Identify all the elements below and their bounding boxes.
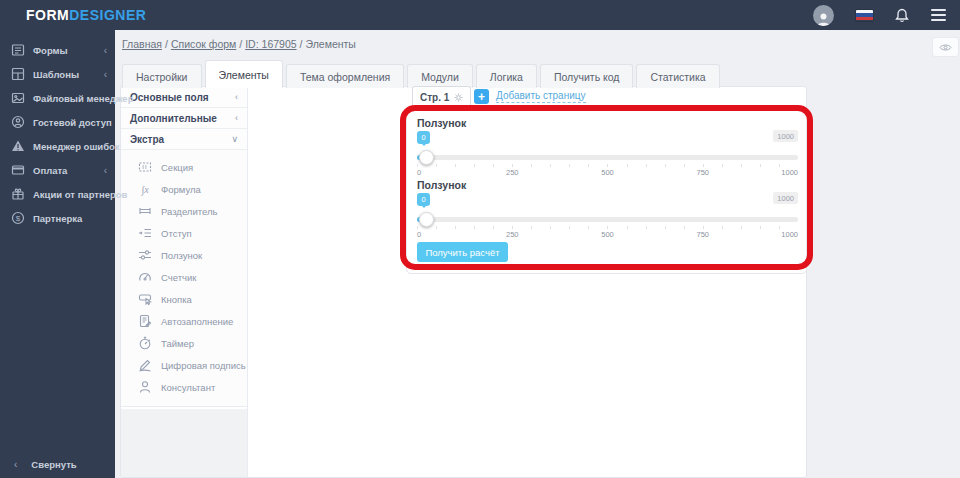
file-manager-icon xyxy=(11,91,25,105)
signature-icon xyxy=(138,358,152,372)
slider-value-tooltip: 0 xyxy=(417,193,430,206)
chevron-left-icon: ‹ xyxy=(104,45,107,56)
forms-icon xyxy=(11,43,25,57)
consultant-icon xyxy=(138,380,152,394)
notifications-bell-icon[interactable] xyxy=(895,8,909,23)
sidebar-collapse-button[interactable]: ‹ Свернуть xyxy=(0,459,115,470)
slider-tick-labels: 0 250 500 750 1000 xyxy=(417,230,798,239)
timer-icon xyxy=(138,336,152,350)
counter-icon xyxy=(138,270,152,284)
add-page-button[interactable]: + Добавить страницу xyxy=(474,89,586,104)
element-item-counter[interactable]: Счетчик xyxy=(121,266,247,288)
chevron-left-icon: ‹ xyxy=(235,92,238,102)
slider-max-badge: 1000 xyxy=(773,192,798,204)
sidebar-item-payment[interactable]: Оплата ‹ xyxy=(0,158,115,182)
section-extra[interactable]: Экстра ∨ xyxy=(121,129,247,150)
element-item-section[interactable]: Секция xyxy=(121,156,247,178)
slider-tick-labels: 0 250 500 750 1000 xyxy=(417,168,798,177)
tab-logic[interactable]: Логика xyxy=(476,64,537,88)
page-settings-gear-icon[interactable] xyxy=(454,93,463,102)
autofill-icon xyxy=(138,314,152,328)
page-tab-1[interactable]: Стр. 1 xyxy=(412,86,471,108)
tab-theme[interactable]: Тема оформления xyxy=(286,64,404,88)
sidebar-item-affiliate[interactable]: $ Партнерка xyxy=(0,206,115,230)
element-item-divider[interactable]: Разделитель xyxy=(121,200,247,222)
breadcrumb: Главная/Список форм/ID: 167905/Элементы xyxy=(122,38,356,50)
topbar-actions xyxy=(813,0,946,30)
breadcrumb-form-id[interactable]: ID: 167905 xyxy=(245,38,296,50)
element-item-spacing[interactable]: Отступ xyxy=(121,222,247,244)
chevron-down-icon: ∨ xyxy=(231,134,238,144)
breadcrumb-home[interactable]: Главная xyxy=(122,38,162,50)
form-tabs: Настройки Элементы Тема оформления Модул… xyxy=(122,60,723,88)
divider-icon xyxy=(138,204,152,218)
app-logo[interactable]: FORMDESIGNER xyxy=(26,7,146,23)
svg-text:$: $ xyxy=(16,214,21,223)
slider-icon xyxy=(138,248,152,262)
chevron-left-icon: ‹ xyxy=(14,459,17,470)
elements-nav-filler xyxy=(121,409,247,477)
person-icon xyxy=(817,12,830,26)
tab-elements[interactable]: Элементы xyxy=(205,60,283,88)
slider-label: Ползунок xyxy=(417,117,798,129)
error-manager-icon xyxy=(11,139,25,153)
templates-icon xyxy=(11,67,25,81)
element-item-timer[interactable]: Таймер xyxy=(121,332,247,354)
chevron-left-icon: ‹ xyxy=(104,69,107,80)
element-item-signature[interactable]: Цифровая подпись xyxy=(121,354,247,376)
language-flag-ru[interactable] xyxy=(856,10,873,21)
element-item-slider[interactable]: Ползунок xyxy=(121,244,247,266)
get-calculation-button[interactable]: Получить расчёт xyxy=(417,242,508,262)
slider-element-1: Ползунок 0 1000 0 250 500 750 1000 xyxy=(417,117,798,129)
guest-access-icon xyxy=(11,115,25,129)
section-icon xyxy=(138,160,152,174)
section-basic-fields[interactable]: Основные поля ‹ xyxy=(121,87,247,108)
slider-element-2: Ползунок 0 1000 0 250 500 750 1000 xyxy=(417,179,798,191)
affiliate-icon: $ xyxy=(11,211,25,225)
section-additional[interactable]: Дополнительные ‹ xyxy=(121,108,247,129)
slider-label: Ползунок xyxy=(417,179,798,191)
tab-modules[interactable]: Модули xyxy=(407,64,473,88)
tab-settings[interactable]: Настройки xyxy=(122,64,202,88)
element-item-button[interactable]: Кнопка xyxy=(121,288,247,310)
slider-value-tooltip: 0 xyxy=(417,131,430,144)
element-item-autofill[interactable]: Автозаполнение xyxy=(121,310,247,332)
element-item-consultant[interactable]: Консультант xyxy=(121,376,247,398)
sidebar-item-file-manager[interactable]: Файловый менеджер xyxy=(0,86,115,110)
svg-text:∫x: ∫x xyxy=(140,184,149,196)
button-icon xyxy=(138,292,152,306)
chevron-left-icon: ‹ xyxy=(104,165,107,176)
logo-text-designer: DESIGNER xyxy=(69,7,146,23)
partner-offers-icon xyxy=(11,187,25,201)
element-item-formula[interactable]: ∫x Формула xyxy=(121,178,247,200)
sidebar-item-forms[interactable]: Формы ‹ xyxy=(0,38,115,62)
slider-track[interactable] xyxy=(417,150,798,165)
eye-icon xyxy=(939,43,952,52)
app-window: FORMDESIGNER Формы ‹ Шаблоны ‹ xyxy=(0,0,960,478)
breadcrumb-current: Элементы xyxy=(306,38,356,50)
tab-get-code[interactable]: Получить код xyxy=(540,64,634,88)
tab-statistics[interactable]: Статистика xyxy=(636,64,719,88)
sidebar-item-templates[interactable]: Шаблоны ‹ xyxy=(0,62,115,86)
slider-minor-ticks xyxy=(417,164,798,167)
slider-handle[interactable] xyxy=(419,150,434,165)
sidebar-item-guest-access[interactable]: Гостевой доступ xyxy=(0,110,115,134)
top-bar: FORMDESIGNER xyxy=(0,0,960,30)
breadcrumb-forms-list[interactable]: Список форм xyxy=(171,38,236,50)
slider-track[interactable] xyxy=(417,212,798,227)
sidebar-item-partner-offers[interactable]: Акции от партнеров xyxy=(0,182,115,206)
formula-icon: ∫x xyxy=(138,182,152,196)
plus-icon: + xyxy=(474,89,489,104)
slider-minor-ticks xyxy=(417,226,798,229)
slider-handle[interactable] xyxy=(419,212,434,227)
logo-text-form: FORM xyxy=(26,7,69,23)
spacing-icon xyxy=(138,226,152,240)
preview-button[interactable] xyxy=(932,37,959,57)
menu-icon[interactable] xyxy=(931,9,946,21)
sidebar-item-error-manager[interactable]: Менеджер ошибок xyxy=(0,134,115,158)
sidebar: Формы ‹ Шаблоны ‹ Файловый менеджер Гост… xyxy=(0,30,115,478)
extra-elements-list: Секция ∫x Формула Разделитель Отступ Пол… xyxy=(121,150,247,407)
payment-icon xyxy=(11,163,25,177)
user-avatar[interactable] xyxy=(813,5,834,26)
elements-nav: Основные поля ‹ Дополнительные ‹ Экстра … xyxy=(121,87,248,477)
